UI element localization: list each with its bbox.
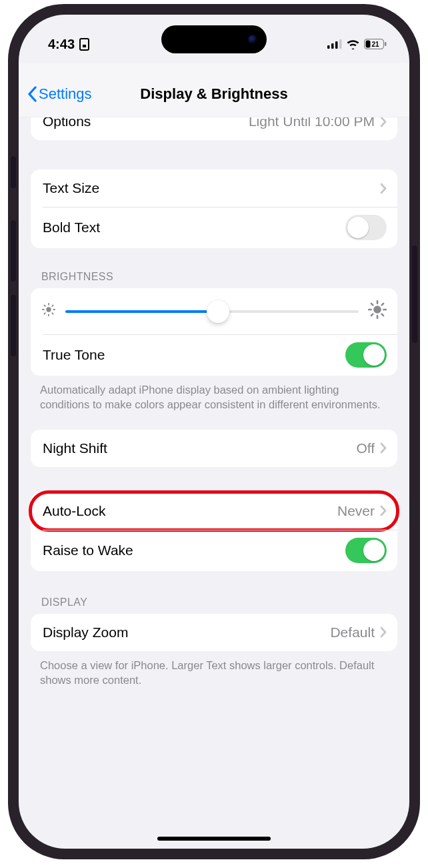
phone-frame: 4:43 21 [8,4,420,859]
display-header: DISPLAY [41,596,387,608]
chevron-right-icon [380,626,387,638]
chevron-right-icon [380,117,387,127]
bold-text-switch[interactable] [345,215,387,240]
true-tone-switch[interactable] [345,342,387,368]
lock-group: Auto-Lock Never Raise to Wake [31,492,397,571]
brightness-header: BRIGHTNESS [41,271,387,283]
svg-line-25 [382,304,383,305]
night-shift-value: Off [356,440,375,456]
volume-up-button [11,220,16,282]
brightness-slider-row [31,288,397,334]
svg-rect-0 [327,45,330,49]
bold-text-label: Bold Text [43,220,345,236]
svg-line-23 [382,314,383,316]
status-left: 4:43 [48,37,89,52]
svg-line-16 [52,305,53,306]
raise-to-wake-label: Raise to Wake [43,542,345,558]
svg-rect-6 [385,42,387,46]
raise-to-wake-switch[interactable] [345,538,387,563]
status-bar: 4:43 21 [19,29,409,59]
raise-to-wake-row: Raise to Wake [31,530,397,571]
night-shift-row[interactable]: Night Shift Off [31,430,397,467]
svg-line-13 [44,305,45,306]
auto-lock-row[interactable]: Auto-Lock Never [31,492,397,530]
text-size-row[interactable]: Text Size [31,169,397,207]
svg-line-14 [52,313,53,314]
brightness-group: True Tone [31,288,397,376]
display-group: Display Zoom Default [31,614,397,651]
night-shift-label: Night Shift [43,440,356,456]
screen: 4:43 21 [19,15,409,849]
bold-text-row: Bold Text [31,207,397,248]
options-label: Options [43,117,249,129]
cellular-icon [327,39,342,49]
side-button [412,246,417,343]
auto-lock-value: Never [337,503,375,519]
sun-small-icon [41,302,56,320]
wifi-icon [346,39,360,49]
true-tone-label: True Tone [43,347,345,363]
page-title: Display & Brightness [140,85,287,103]
svg-rect-1 [331,43,334,49]
chevron-left-icon [27,86,37,102]
display-zoom-footer: Choose a view for iPhone. Larger Text sh… [40,658,388,688]
true-tone-footer: Automatically adapt iPhone display based… [40,382,388,412]
battery-icon: 21 [364,39,387,49]
svg-line-15 [44,313,45,314]
svg-rect-3 [339,39,342,49]
mute-switch [11,156,16,188]
brightness-slider[interactable] [65,310,359,313]
display-zoom-row[interactable]: Display Zoom Default [31,614,397,651]
volume-down-button [11,295,16,356]
auto-lock-label: Auto-Lock [43,503,337,519]
content[interactable]: Options Light Until 10:00 PM Text Size B… [19,117,409,841]
back-label: Settings [39,85,92,103]
options-row[interactable]: Options Light Until 10:00 PM [31,117,397,140]
brightness-thumb[interactable] [207,300,229,323]
back-button[interactable]: Settings [27,85,92,103]
chevron-right-icon [380,442,387,454]
brightness-fill [65,310,218,313]
options-value: Light Until 10:00 PM [249,117,375,129]
svg-line-24 [371,314,373,316]
svg-rect-2 [335,41,338,49]
svg-rect-5 [366,41,371,48]
sun-large-icon [368,300,387,322]
status-time: 4:43 [48,37,75,52]
chevron-right-icon [380,183,387,194]
svg-point-17 [373,306,381,314]
status-right: 21 [327,39,387,49]
home-indicator[interactable] [157,837,271,841]
display-zoom-label: Display Zoom [43,624,330,640]
appearance-group: Options Light Until 10:00 PM [31,117,397,140]
night-shift-group: Night Shift Off [31,430,397,467]
chevron-right-icon [380,505,387,516]
text-group: Text Size Bold Text [31,169,397,248]
svg-line-22 [371,304,373,305]
svg-point-8 [46,307,51,312]
display-zoom-value: Default [330,624,375,640]
sim-icon [79,38,89,51]
header: Settings Display & Brightness [19,63,409,117]
text-size-label: Text Size [43,180,380,196]
svg-text:21: 21 [371,41,379,48]
true-tone-row: True Tone [31,334,397,376]
